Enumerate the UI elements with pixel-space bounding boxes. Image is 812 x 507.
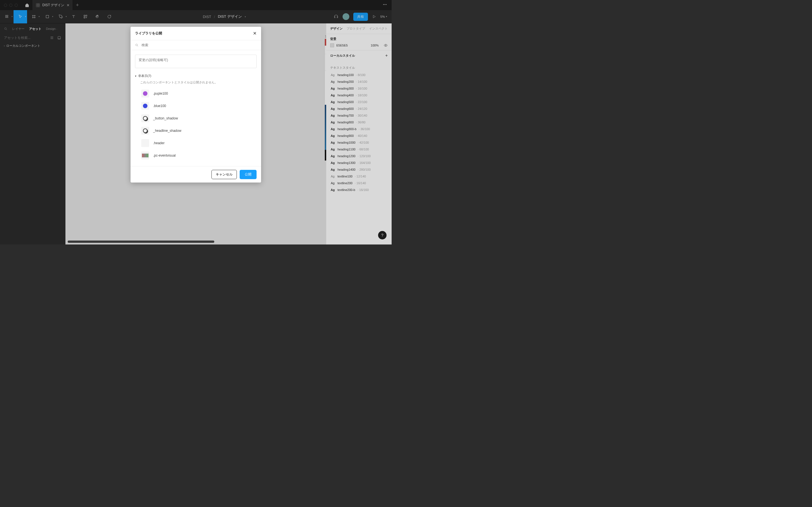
description-input[interactable] [135,55,257,68]
item-name: _headline_shadow [153,129,181,133]
modal-list-item[interactable]: _button_shadow [135,112,257,124]
modal-header: ライブラリを公開 ✕ [131,27,261,40]
item-name: .header [153,141,165,145]
modal-footer: キャンセル 公開 [131,166,261,182]
modal-close-button[interactable]: ✕ [253,31,257,36]
publish-library-modal: ライブラリを公開 ✕ 非表示(7) これらのコンポーネントとスタイルは公開されま… [131,27,261,182]
item-name: _button_shadow [153,116,178,120]
item-name: .puple100 [153,92,168,96]
hidden-group: 非表示(7) これらのコンポーネントとスタイルは公開されません。 .puple1… [135,74,257,162]
item-thumb [141,102,149,110]
svg-point-14 [136,44,138,46]
modal-title: ライブラリを公開 [135,31,162,36]
item-thumb [141,139,149,147]
modal-overlay[interactable]: ライブラリを公開 ✕ 非表示(7) これらのコンポーネントとスタイルは公開されま… [0,0,392,244]
modal-list-item[interactable]: .blue100 [135,100,257,112]
modal-search-input[interactable] [142,43,257,47]
item-name: .blue100 [153,104,166,108]
modal-body: 非表示(7) これらのコンポーネントとスタイルは公開されません。 .puple1… [131,50,261,166]
modal-search-row [131,40,261,50]
search-icon [135,43,139,47]
item-name: .pc-eventvisual [153,154,175,158]
modal-list-item[interactable]: .pc-eventvisual [135,149,257,162]
modal-list-item[interactable]: .puple100 [135,87,257,100]
item-thumb [141,90,149,98]
publish-button[interactable]: 公開 [240,170,257,179]
group-description: これらのコンポーネントとスタイルは公開されません。 [140,80,257,84]
group-toggle[interactable]: 非表示(7) [135,74,257,78]
modal-list-item[interactable]: _headline_shadow [135,124,257,137]
item-thumb [141,114,149,122]
cancel-button[interactable]: キャンセル [211,170,237,179]
item-thumb [141,127,149,135]
modal-list-item[interactable]: .header [135,137,257,149]
item-thumb [141,152,149,159]
